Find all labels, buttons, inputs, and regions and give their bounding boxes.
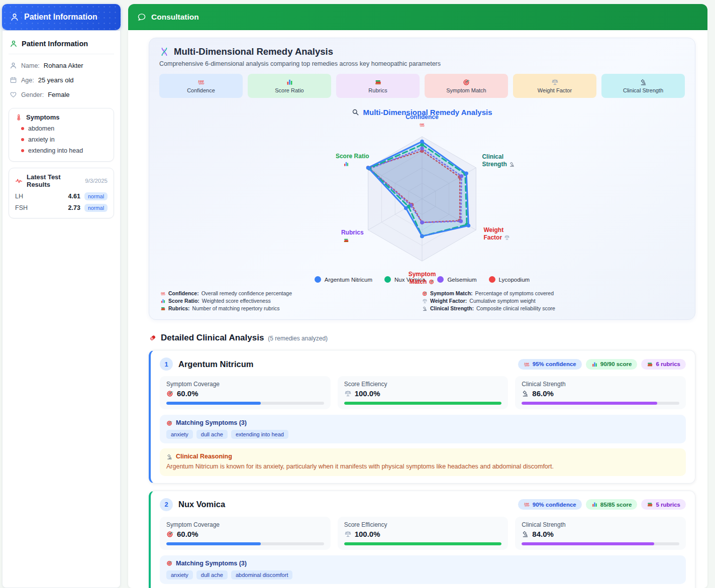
parameter-chip: Weight Factor	[513, 74, 596, 98]
bar-chart-icon	[160, 298, 166, 304]
axis-label-text: Confidence	[405, 113, 438, 121]
chip-label: Score Ratio	[275, 87, 303, 93]
axis-label-text: Score Ratio	[336, 153, 369, 160]
remedy-badge: 10095% confidence	[518, 359, 582, 370]
parameter-chip: Score Ratio	[248, 74, 331, 98]
metric-value: 86.0%	[532, 389, 554, 398]
chart-note: Rubrics:Number of matching repertory rub…	[160, 305, 422, 311]
chart-note: 100Confidence:Overall remedy confidence …	[160, 290, 422, 296]
note-term: Weight Factor:	[430, 298, 467, 304]
detail-section-subtitle: (5 remedies analyzed)	[268, 335, 328, 342]
badge-label: 90% confidence	[533, 502, 576, 508]
consultation-panel: Consultation Multi-Dimensional Remedy An…	[128, 4, 707, 588]
bar-chart-icon	[343, 161, 349, 167]
section-title: Patient Information	[22, 40, 88, 48]
metric-card: Symptom Coverage60.0%	[160, 517, 331, 550]
consultation-scroll-area[interactable]: Multi-Dimensional Remedy Analysis Compre…	[128, 30, 707, 588]
svg-text:100: 100	[524, 363, 529, 365]
metric-label: Symptom Coverage	[166, 521, 324, 528]
patient-info-section-header: Patient Information	[9, 37, 114, 54]
remedy-name: Nux Vomica	[178, 500, 225, 509]
consultation-header: Consultation	[128, 4, 707, 30]
legend-marker	[384, 276, 391, 283]
books-icon	[374, 78, 382, 86]
person-icon	[10, 40, 18, 48]
test-name: LH	[15, 193, 23, 200]
test-value: 2.73	[68, 204, 80, 211]
metric-card: Score Efficiency100.0%	[338, 517, 508, 550]
radar-axis-label: Confidence100	[394, 113, 450, 128]
note-desc: Composite clinical reliability score	[476, 305, 555, 311]
remedy-badge: 5 rubrics	[641, 499, 686, 510]
chip-label: Rubrics	[368, 87, 387, 93]
badge-label: 5 rubrics	[656, 502, 680, 508]
target-icon	[166, 560, 173, 566]
remedy-list: 1Argentum Nitricum10095% confidence90/90…	[149, 350, 695, 588]
scale-icon	[422, 298, 428, 304]
field-value: 25 years old	[38, 76, 74, 84]
metric-card: Score Efficiency100.0%	[338, 376, 508, 409]
bullet-dot	[21, 138, 24, 141]
books-icon	[647, 501, 653, 508]
books-icon	[160, 306, 166, 311]
matching-symptoms-panel: Matching Symptoms (3)anxietydull acheext…	[160, 415, 686, 443]
person-icon	[10, 62, 17, 69]
progress-bar	[166, 402, 324, 405]
note-term: Symptom Match:	[430, 290, 473, 296]
metric-card: Symptom Coverage60.0%	[160, 376, 331, 409]
metric-label: Clinical Strength	[522, 381, 679, 388]
target-icon	[429, 279, 435, 285]
metric-label: Score Efficiency	[344, 521, 502, 528]
reasoning-text: Argentum Nitricum is known for its anxie…	[166, 462, 679, 472]
microscope-icon	[522, 390, 529, 397]
axis-label-text: Weight Factor	[483, 226, 503, 241]
field-label: Age:	[21, 77, 34, 84]
target-icon	[463, 78, 470, 86]
remedy-name: Argentum Nitricum	[178, 360, 253, 369]
legend-item[interactable]: Lycopodium	[489, 276, 530, 283]
test-result-row: LH4.61normal	[15, 190, 108, 201]
metric-label: Clinical Strength	[522, 521, 679, 528]
field-label: Name:	[21, 62, 40, 69]
field-value: Rohana Akter	[44, 62, 83, 69]
symptom-item: abdomen	[15, 123, 108, 134]
hundred-icon: 100	[160, 291, 166, 296]
legend-item[interactable]: Argentum Nitricum	[315, 276, 372, 283]
metric-value: 100.0%	[355, 530, 380, 538]
note-desc: Cumulative symptom weight	[469, 298, 535, 304]
metric-value: 100.0%	[355, 389, 380, 398]
symptom-tag: dull ache	[196, 430, 228, 439]
legend-item[interactable]: Gelsemium	[437, 276, 476, 283]
test-rows: LH4.61normalFSH2.73normal	[15, 190, 108, 213]
clinical-reasoning-panel: Clinical ReasoningArgentum Nitricum is k…	[160, 448, 686, 476]
detail-section-header: Detailed Clinical Analysis (5 remedies a…	[149, 333, 695, 343]
metric-value: 60.0%	[177, 530, 198, 538]
badge-label: 90/90 score	[600, 361, 632, 367]
patient-sidebar: Patient Information Patient Information …	[2, 4, 121, 588]
metric-value: 84.0%	[532, 530, 554, 538]
note-term: Rubrics:	[168, 305, 190, 311]
progress-bar	[166, 542, 324, 545]
heart-icon	[10, 91, 17, 98]
chart-note: Symptom Match:Percentage of symptoms cov…	[422, 290, 684, 296]
hundred-icon: 100	[419, 122, 425, 128]
target-icon	[166, 530, 174, 538]
remedy-badge: 10090% confidence	[518, 499, 582, 510]
symptom-tag: anxiety	[166, 430, 193, 439]
symptom-tag: extending into head	[231, 430, 288, 439]
books-icon	[343, 238, 349, 244]
progress-fill	[166, 542, 261, 545]
remedy-card: 1Argentum Nitricum10095% confidence90/90…	[149, 350, 695, 484]
field-label: Gender:	[21, 91, 44, 98]
analysis-card: Multi-Dimensional Remedy Analysis Compre…	[149, 38, 695, 320]
radar-axis-label: Weight Factor	[483, 226, 515, 242]
svg-text:100: 100	[419, 123, 424, 126]
hundred-icon: 100	[524, 361, 530, 368]
status-badge: normal	[84, 204, 108, 212]
person-icon	[10, 13, 19, 22]
legend-label: Argentum Nitricum	[325, 277, 372, 283]
svg-text:100: 100	[524, 503, 529, 505]
microscope-icon	[422, 306, 428, 311]
matching-title: Matching Symptoms (3)	[176, 560, 247, 567]
books-icon	[647, 361, 653, 368]
